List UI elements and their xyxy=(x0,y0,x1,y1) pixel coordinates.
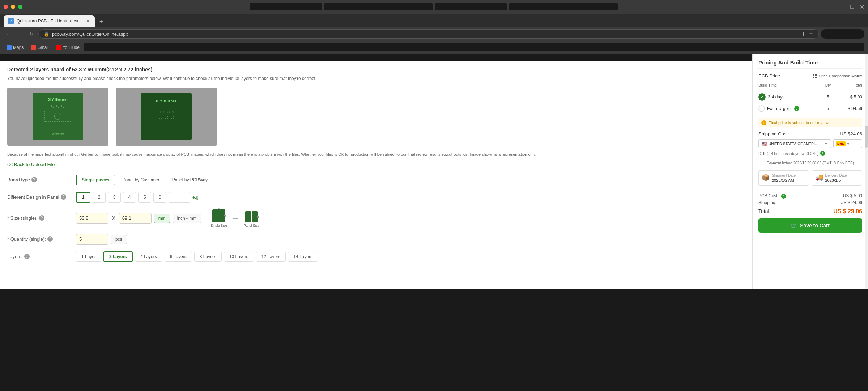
share-icon[interactable]: ⬆ xyxy=(801,31,806,37)
shipment-date-value: 2023/1/2 AM xyxy=(772,178,806,182)
panel-size-label: Panel Size xyxy=(244,224,259,227)
design-count-2[interactable]: 2 xyxy=(93,192,106,203)
pcb-line xyxy=(40,109,76,109)
layers-help[interactable]: ? xyxy=(24,254,30,259)
layers-1[interactable]: 1 Layer xyxy=(76,252,101,262)
price-comparison-link[interactable]: Price Comparison Matrix xyxy=(813,74,862,78)
address-bar[interactable]: 🔒 pcbway.com/QuickOrderOnline.aspx ⬆ ☆ xyxy=(38,29,819,39)
maps-label: Maps xyxy=(13,45,24,50)
pcb-cost-help[interactable]: ? xyxy=(781,194,786,199)
refresh-button[interactable]: ↻ xyxy=(27,29,36,39)
board-type-single[interactable]: Single pieces xyxy=(76,175,115,185)
shipping-cost-line: Shipping: US $ 24.06 xyxy=(758,200,862,205)
detection-banner: Detected 2 layers board of 53.8 x 69.1mm… xyxy=(7,67,745,72)
matrix-icon xyxy=(813,74,817,78)
panel-size-icon[interactable]: Panel Size xyxy=(244,211,259,227)
shipment-icon: 📦 xyxy=(762,173,770,181)
save-cart-label: Save to Cart xyxy=(800,223,830,228)
delivery-info: Delivery Date 2023/1/5 xyxy=(825,173,859,182)
back-to-upload-link[interactable]: << Back to Upload File xyxy=(7,162,55,167)
design-count-5[interactable]: 5 xyxy=(138,192,151,203)
bookmarks-bar: Maps Gmail YouTube xyxy=(0,41,868,54)
bookmark-maps[interactable]: Maps xyxy=(4,44,26,51)
unit-inch-btn[interactable]: inch↔mm xyxy=(173,214,201,223)
layers-4[interactable]: 4 Layers xyxy=(135,252,162,262)
eg-link[interactable]: e.g. xyxy=(192,195,200,200)
dhl-help-icon[interactable]: ? xyxy=(820,151,825,156)
different-design-row: Different Design in Panel ? 1 2 3 4 5 6 … xyxy=(7,192,745,203)
board-type-controls: Single pieces Panel by Customer Panel by… xyxy=(76,175,213,185)
unit-mm-btn[interactable]: mm xyxy=(154,214,170,223)
shipment-date-box: 📦 Shipment Date 2023/1/2 AM xyxy=(758,170,809,186)
delivery-icon: 🚚 xyxy=(815,173,823,181)
different-design-help[interactable]: ? xyxy=(61,194,66,200)
standard-build-time: 3-4 days xyxy=(768,94,819,100)
minimize-btn[interactable]: ─ xyxy=(841,4,844,10)
country-select[interactable]: 🇺🇸 UNITED STATES OF AMERI... ▼ xyxy=(758,139,831,148)
price-row-urgent[interactable]: Extra Urgent! ? 5 $ 94.56 xyxy=(758,103,862,114)
tab-title: Quick-turn PCB - Full feature cu... xyxy=(17,18,82,24)
size-height-input[interactable] xyxy=(119,213,152,224)
bookmark-youtube[interactable]: YouTube xyxy=(53,44,82,51)
size-width-input[interactable] xyxy=(76,213,109,224)
urgent-help-icon[interactable]: ? xyxy=(794,106,799,111)
bookmark-gmail[interactable]: Gmail xyxy=(28,44,51,51)
layers-row: Layers: ? 1 Layer 2 Layers 4 Layers 6 La… xyxy=(7,251,745,262)
board-type-help[interactable]: ? xyxy=(31,177,37,182)
url-text: pcbway.com/QuickOrderOnline.aspx xyxy=(52,31,128,37)
design-count-1[interactable]: 1 xyxy=(76,192,90,203)
content-area: Detected 2 layers board of 53.8 x 69.1mm… xyxy=(0,61,752,274)
gmail-label: Gmail xyxy=(37,45,48,50)
col-total: Total xyxy=(837,83,862,87)
design-count-6[interactable]: 6 xyxy=(153,192,166,203)
dhl-info-text: DHL 2-4 business days, wt:0.07kg xyxy=(758,151,819,156)
size-separator: X xyxy=(111,215,117,221)
design-count-other[interactable] xyxy=(169,192,190,203)
scrollbar[interactable] xyxy=(865,54,868,289)
carrier-select[interactable]: DHL ▼ xyxy=(833,139,862,148)
dhl-logo: DHL xyxy=(836,141,846,146)
pcb-cost-label: PCB Cost: ? xyxy=(758,193,786,199)
board-type-panel-pcbway[interactable]: Panel by PCBWay xyxy=(167,175,213,185)
layers-12[interactable]: 12 Layers xyxy=(256,252,286,262)
layers-10[interactable]: 10 Layers xyxy=(224,252,254,262)
forward-button[interactable]: → xyxy=(15,29,25,39)
tab-bar: P Quick-turn PCB - Full feature cu... ✕ … xyxy=(0,14,868,27)
panel-icon-left xyxy=(245,211,251,222)
size-help[interactable]: ? xyxy=(39,215,44,221)
layers-14[interactable]: 14 Layers xyxy=(288,252,318,262)
pcb-images: DIY Burner xyxy=(7,88,745,146)
save-to-cart-button[interactable]: 🛒 Save to Cart xyxy=(758,218,862,233)
size-separator-icon: — xyxy=(233,215,238,221)
col-qty: Qty xyxy=(819,83,837,87)
different-design-controls: 1 2 3 4 5 6 e.g. xyxy=(76,192,200,203)
shipping-label: Shipping Cost: xyxy=(758,131,789,136)
layers-2[interactable]: 2 Layers xyxy=(103,251,133,262)
panel-icon-right xyxy=(252,211,258,222)
layers-label: Layers: ? xyxy=(7,254,72,259)
dhl-info: DHL 2-4 business days, wt:0.07kg ? xyxy=(758,151,862,156)
quantity-help[interactable]: ? xyxy=(47,236,53,242)
layers-6[interactable]: 6 Layers xyxy=(165,252,192,262)
tab-close-btn[interactable]: ✕ xyxy=(85,18,90,24)
single-size-icon[interactable]: Single Size xyxy=(211,209,227,227)
total-amount: US $ 29.06 xyxy=(833,208,862,215)
design-count-4[interactable]: 4 xyxy=(123,192,136,203)
close-btn[interactable]: ✕ xyxy=(860,4,864,10)
maximize-btn[interactable]: □ xyxy=(850,4,854,10)
active-tab[interactable]: P Quick-turn PCB - Full feature cu... ✕ xyxy=(4,15,95,27)
urgent-radio[interactable] xyxy=(758,105,765,112)
tab-favicon: P xyxy=(8,18,14,24)
scrollbar-thumb[interactable] xyxy=(865,126,868,148)
back-button[interactable]: ← xyxy=(4,29,13,39)
board-type-panel-customer[interactable]: Panel by Customer xyxy=(118,175,165,185)
new-tab-button[interactable]: + xyxy=(96,17,106,27)
bookmark-icon[interactable]: ☆ xyxy=(809,31,813,37)
layers-8[interactable]: 8 Layers xyxy=(194,252,222,262)
quantity-input[interactable] xyxy=(76,234,109,245)
pcb-cost-line: PCB Cost: ? US $ 5.00 xyxy=(758,193,862,199)
design-count-3[interactable]: 3 xyxy=(108,192,121,203)
pcb-label-1: DIY Burner xyxy=(48,98,68,101)
main-content: Detected 2 layers board of 53.8 x 69.1mm… xyxy=(0,54,752,289)
price-row-standard[interactable]: ✓ 3-4 days 5 $ 5.00 xyxy=(758,91,862,103)
